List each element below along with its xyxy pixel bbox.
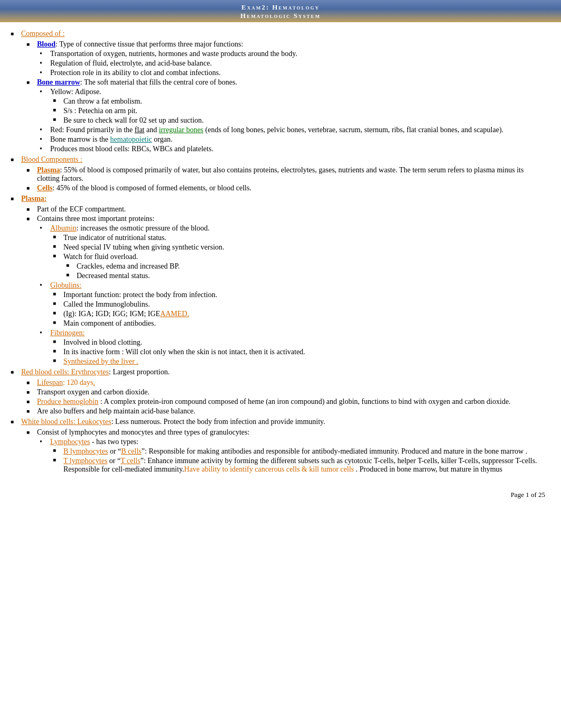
- header-title: Exam2: Hematology: [0, 3, 561, 12]
- yellow-sub-2: ■ S/s : Petechia on arm pit.: [53, 107, 540, 115]
- fluid-overload-sub-2: ■ Decreased mental status.: [66, 272, 540, 280]
- b-lymphocytes-item: ■ B lymphocytes or “B cells”: Responsibl…: [53, 447, 540, 456]
- bone-marrow-text: Bone marrow: The soft material that fill…: [37, 78, 540, 87]
- yellow-sub-1: ■ Can throw a fat embolism.: [53, 97, 540, 106]
- fibrinogen-sub-2: ■ In its inactive form : Will clot only …: [53, 348, 540, 356]
- plasma-section: ■ Plasma:: [11, 195, 540, 203]
- blood-bullet-3: • Protection role in its ability to clot…: [40, 69, 540, 77]
- blood-text: Blood: Type of connective tissue that pe…: [37, 40, 540, 49]
- red-bm-item: • Red: Found primarily in the flat and i…: [40, 126, 540, 134]
- rbc-section: ■ Red blood cells: Erythrocytes: Largest…: [11, 368, 540, 376]
- lymphocytes-item: • Lymphocytes - has two types:: [40, 438, 540, 446]
- yellow-sub-3: ■ Be sure to check wall for 02 set up an…: [53, 116, 540, 125]
- lifespan-item: ■ Lifespan: 120 days.: [26, 379, 540, 387]
- globulins-sub-4: ■ Main component of antibodies.: [53, 319, 540, 328]
- section-composed-of: ■ Composed of :: [11, 30, 540, 38]
- blood-components-section: ■ Blood Components :: [11, 155, 540, 164]
- consist-item: ■ Consist of lymphocytes and monocytes a…: [26, 428, 540, 437]
- fibrinogen-sub-3: ■ Synthesized by the liver .: [53, 357, 540, 366]
- globulins-sub-2: ■ Called the Immunoglobulins.: [53, 300, 540, 309]
- main-content: ■ Composed of : ■ Blood: Type of connect…: [0, 22, 561, 485]
- l2-bullet-bm: ■: [26, 78, 37, 85]
- bone-marrow-item: ■ Bone marrow: The soft material that fi…: [26, 78, 540, 87]
- albumin-item: • Albumin: increases the osmotic pressur…: [40, 224, 540, 233]
- hematopoietic-item: • Bone marrow is the hematopoietic organ…: [40, 135, 540, 144]
- fibrinogen-sub-1: ■ Involved in blood clotting.: [53, 338, 540, 347]
- hemoglobin-item: ■ Produce hemoglobin : A complex protein…: [26, 398, 540, 406]
- fluid-overload-sub-1: ■ Crackles, edema and increased BP.: [66, 262, 540, 271]
- blood-item: ■ Blood: Type of connective tissue that …: [26, 40, 540, 49]
- produces-item: • Produces most blood cells: RBCs, WBCs …: [40, 145, 540, 153]
- plasma-contains: ■ Contains three most important proteins…: [26, 215, 540, 223]
- blood-bullet-2: • Regulation of fluid, electrolyte, and …: [40, 59, 540, 68]
- globulins-item: • Globulins:: [40, 281, 540, 290]
- globulins-sub-1: ■ Important function: protect the body f…: [53, 291, 540, 299]
- wbc-section: ■ White blood cells: Leukocytes: Less nu…: [11, 418, 540, 426]
- globulins-sub-3: ■ (Ig): IGA; IGD; IGG; IGM; IGEAAMED.: [53, 310, 540, 318]
- header: Exam2: Hematology Hematologic System: [0, 0, 561, 22]
- buffers-item: ■ Are also buffers and help maintain aci…: [26, 407, 540, 416]
- t-lymphocytes-item: ■ T lymphocytes or “T cells”: Enhance im…: [53, 457, 540, 474]
- fibrinogen-item: • Fibrinogen:: [40, 329, 540, 337]
- plasma-ecf: ■ Part of the ECF compartment.: [26, 205, 540, 214]
- page-number: Page 1 of 25: [0, 491, 561, 499]
- header-subtitle: Hematologic System: [0, 12, 561, 20]
- composed-of-label: Composed of :: [21, 30, 540, 38]
- transport-item: ■ Transport oxygen and carbon dioxide.: [26, 388, 540, 397]
- l2-bullet: ■: [26, 40, 37, 47]
- blood-bullet-1: • Transportation of oxygen, nutrients, h…: [40, 50, 540, 58]
- yellow-item: • Yellow: Adipose.: [40, 88, 540, 96]
- albumin-sub-1: ■ True indicator of nutritional status.: [53, 234, 540, 242]
- cells-sub-item: ■ Cells: 45% of the blood is composed of…: [26, 184, 540, 192]
- albumin-sub-3: ■ Watch for fluid overload.: [53, 253, 540, 261]
- albumin-sub-2: ■ Need special IV tubing when giving syn…: [53, 243, 540, 252]
- plasma-sub-item: ■ Plasma: 55% of blood is composed prima…: [26, 166, 540, 183]
- l1-bullet: ■: [11, 30, 21, 36]
